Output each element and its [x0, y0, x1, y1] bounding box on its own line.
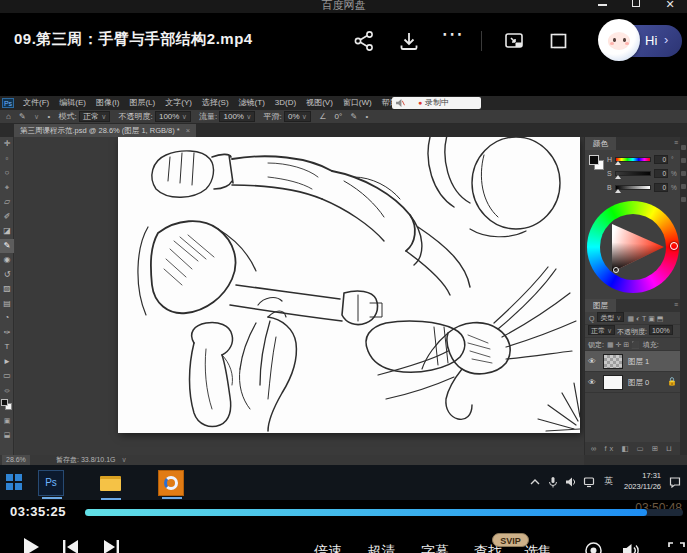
- color-swatches[interactable]: [589, 155, 605, 171]
- layers-panel-tab[interactable]: 图层: [585, 299, 616, 312]
- menu-edit[interactable]: 编辑(E): [54, 96, 91, 110]
- color-panel-tab[interactable]: 颜色: [585, 137, 616, 150]
- zoom-level[interactable]: 28.6%: [2, 455, 30, 465]
- menu-filter[interactable]: 滤镜(T): [234, 96, 270, 110]
- type-tool[interactable]: T: [0, 340, 14, 355]
- lock-icons[interactable]: ▦ ✛ ⊞ ⬛: [607, 338, 640, 351]
- panel-menu-icon[interactable]: ≡: [674, 301, 678, 308]
- saturation-slider-thumb[interactable]: [615, 175, 621, 179]
- tray-expand-icon[interactable]: [529, 476, 541, 488]
- brush-size-icon[interactable]: •: [47, 110, 50, 124]
- menu-type[interactable]: 文字(Y): [160, 96, 197, 110]
- move-tool[interactable]: ✛: [0, 137, 14, 152]
- menu-view[interactable]: 视图(V): [301, 96, 338, 110]
- color-wheel[interactable]: [587, 201, 679, 293]
- svip-badge[interactable]: SVIP: [492, 533, 529, 547]
- layer-opacity-select[interactable]: 100%: [649, 325, 673, 335]
- close-button[interactable]: ✕: [663, 0, 677, 11]
- layer-row-1[interactable]: 👁 图层 1: [585, 351, 681, 372]
- minimize-button[interactable]: [595, 0, 609, 6]
- eyedropper-tool[interactable]: ✐: [0, 210, 14, 225]
- pen-tool[interactable]: ✑: [0, 326, 14, 341]
- more-icon[interactable]: ⋯: [441, 21, 463, 43]
- symmetry-icon[interactable]: •: [365, 110, 368, 124]
- layer-name[interactable]: 图层 0: [628, 378, 649, 388]
- color-triangle[interactable]: [600, 214, 666, 280]
- gradient-tool[interactable]: ▤: [0, 297, 14, 312]
- layer-thumbnail[interactable]: [603, 354, 623, 369]
- flow-select[interactable]: 100% ∨: [219, 111, 255, 122]
- filter-type-select[interactable]: 类型 ∨: [597, 312, 624, 322]
- taskbar-photoshop-icon[interactable]: Ps: [38, 470, 64, 496]
- menu-select[interactable]: 选择(S): [197, 96, 234, 110]
- user-account-button[interactable]: Hi ›: [601, 25, 682, 57]
- layer-blend-select[interactable]: 正常 ∨: [588, 325, 615, 335]
- panel-menu-icon[interactable]: ≡: [674, 139, 678, 146]
- layer-thumbnail[interactable]: [603, 375, 623, 390]
- hue-ring-cursor[interactable]: [670, 242, 678, 250]
- clone-stamp-tool[interactable]: ◉: [0, 253, 14, 268]
- history-brush-tool[interactable]: ↺: [0, 268, 14, 283]
- heal-tool[interactable]: ◪: [0, 224, 14, 239]
- dodge-tool[interactable]: ◔: [0, 311, 14, 326]
- foreground-color-swatch[interactable]: [589, 155, 599, 165]
- document-tab[interactable]: 第三周课程示范.psd @ 28.6% (图层 1, RGB/8) *×: [14, 124, 196, 137]
- hue-value[interactable]: 0: [654, 155, 668, 164]
- brush-tool[interactable]: ✎: [0, 239, 14, 254]
- progress-bar[interactable]: [85, 509, 683, 516]
- menu-3d[interactable]: 3D(D): [270, 96, 301, 110]
- chevron-down-icon[interactable]: ∨: [34, 110, 39, 124]
- filter-kind-icons[interactable]: ▦ ◐ T ▣ ⬒: [627, 312, 663, 325]
- more-tools-icon[interactable]: ⋯: [0, 387, 14, 395]
- dock-window-icon[interactable]: [547, 30, 569, 52]
- previous-episode-button[interactable]: [62, 539, 80, 553]
- taskbar-recorder-icon[interactable]: [158, 470, 184, 496]
- menu-image[interactable]: 图像(I): [91, 96, 125, 110]
- volume-icon[interactable]: [621, 541, 640, 553]
- brightness-value[interactable]: 0: [654, 183, 668, 192]
- tab-close-icon[interactable]: ×: [186, 126, 190, 135]
- next-episode-button[interactable]: [102, 539, 120, 553]
- download-icon[interactable]: [398, 30, 420, 52]
- brush-angle-icon[interactable]: ∠: [319, 110, 326, 124]
- pressure-icon[interactable]: ✎: [350, 110, 357, 124]
- quick-mask-icon[interactable]: ▣: [0, 417, 14, 425]
- visibility-eye-icon[interactable]: 👁: [588, 357, 598, 366]
- play-button[interactable]: [24, 538, 39, 553]
- share-icon[interactable]: [353, 30, 375, 52]
- search-icon[interactable]: Q: [589, 312, 594, 325]
- layers-bottom-actions[interactable]: ∞ fx ◧ ▭ ⊞ ⊔: [585, 442, 681, 455]
- layer-name[interactable]: 图层 1: [628, 357, 649, 367]
- collapsed-panel-strip[interactable]: [680, 137, 687, 455]
- shape-tool[interactable]: ▭: [0, 369, 14, 384]
- video-frame[interactable]: Ps文件(F)编辑(E)图像(I)图层(L)文字(Y)选择(S)滤镜(T)3D(…: [0, 96, 687, 500]
- blend-mode-select[interactable]: 正常 ∨: [79, 111, 110, 122]
- triangle-cursor[interactable]: [613, 267, 619, 273]
- menu-layer[interactable]: 图层(L): [124, 96, 160, 110]
- crop-tool[interactable]: ▱: [0, 195, 14, 210]
- layer-row-0[interactable]: 👁 图层 0 🔒: [585, 372, 681, 393]
- hue-slider-thumb[interactable]: [615, 161, 621, 165]
- maximize-button[interactable]: [629, 0, 643, 7]
- path-select-tool[interactable]: ►: [0, 355, 14, 370]
- smoothing-select[interactable]: 0% ∨: [284, 111, 311, 122]
- drawing-canvas[interactable]: [118, 137, 580, 433]
- menu-window[interactable]: 窗口(W): [338, 96, 377, 110]
- brightness-slider-thumb[interactable]: [615, 189, 621, 193]
- lasso-tool[interactable]: ○: [0, 166, 14, 181]
- notification-center-icon[interactable]: [669, 476, 681, 488]
- microphone-icon[interactable]: [547, 476, 559, 488]
- home-icon[interactable]: ⌂: [6, 110, 11, 124]
- playback-speed-button[interactable]: 倍速: [314, 543, 342, 553]
- episode-list-button[interactable]: 选集: [524, 543, 552, 553]
- language-indicator[interactable]: 英: [604, 475, 613, 488]
- network-display-icon[interactable]: [583, 476, 595, 488]
- marquee-tool[interactable]: ▫: [0, 152, 14, 167]
- screen-mode-icon[interactable]: ⬓: [0, 431, 14, 439]
- saturation-value[interactable]: 0: [654, 169, 668, 178]
- taskbar-explorer-icon[interactable]: [98, 470, 124, 496]
- fullscreen-icon[interactable]: [667, 541, 686, 553]
- eraser-tool[interactable]: ▨: [0, 282, 14, 297]
- mini-player-icon[interactable]: [503, 30, 525, 52]
- wand-tool[interactable]: ⌖: [0, 181, 14, 196]
